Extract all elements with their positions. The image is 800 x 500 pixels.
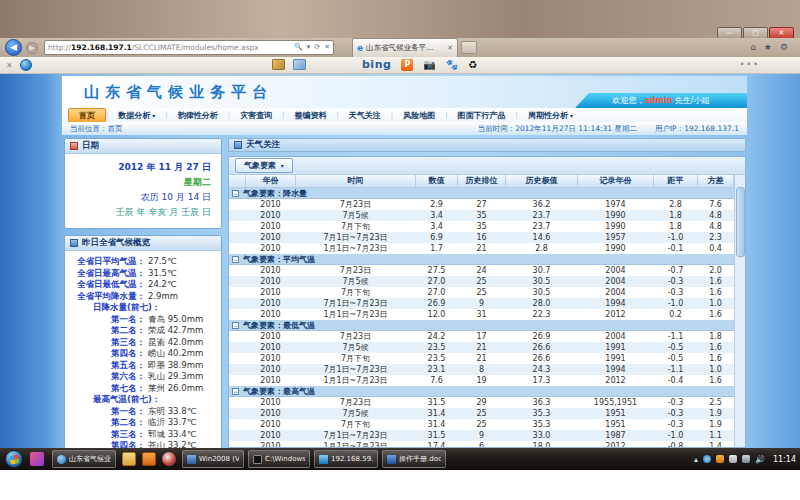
- close-sidebar-icon[interactable]: ✕: [6, 61, 13, 70]
- table-cell: 1月1日~7月23日: [296, 309, 416, 320]
- table-cell: 29: [458, 397, 506, 408]
- table-row[interactable]: 20107月23日2.92736.219742.87.6: [229, 199, 734, 210]
- table-row[interactable]: 20107月下旬31.42535.31951-0.31.9: [229, 419, 734, 430]
- taskbar-window-button[interactable]: Win2008 (VS2...: [182, 450, 244, 468]
- table-cell: 2010: [246, 408, 296, 419]
- table-row[interactable]: 20107月1日~7月23日23.1824.31994-1.11.0: [229, 364, 734, 375]
- tray-network-app-icon[interactable]: [703, 455, 711, 463]
- table-row[interactable]: 20107月5候31.42535.31951-0.31.9: [229, 408, 734, 419]
- table-row[interactable]: 20107月23日24.21726.92004-1.11.8: [229, 331, 734, 342]
- table-row[interactable]: 20101月1日~7月23日1.7212.81990-0.10.4: [229, 243, 734, 254]
- table-row[interactable]: 20107月下旬27.02530.52004-0.31.6: [229, 287, 734, 298]
- table-row[interactable]: 20107月1日~7月23日31.5933.01987-1.01.1: [229, 430, 734, 441]
- table-cell: 31.4: [416, 408, 458, 419]
- column-header[interactable]: 数值: [416, 175, 458, 188]
- chevron-down-icon: ▾: [281, 162, 284, 169]
- tray-expand-icon[interactable]: ▴: [694, 455, 698, 464]
- collapse-icon[interactable]: −: [232, 190, 239, 197]
- bing-logo[interactable]: bing: [362, 58, 391, 71]
- column-header[interactable]: 时间: [296, 175, 416, 188]
- browser-tab[interactable]: e 山东省气候业务平... ✕: [352, 38, 458, 57]
- table-row[interactable]: 20101月1日~7月23日12.03122.320120.21.6: [229, 309, 734, 320]
- search-icon[interactable]: 🔍: [294, 41, 303, 54]
- element-dropdown-button[interactable]: 气象要素 ▾: [235, 158, 293, 173]
- column-header[interactable]: 方差: [698, 175, 734, 188]
- table-row[interactable]: 20101月1日~7月23日17.4618.02012-0.81.4: [229, 441, 734, 447]
- taskbar-pinned-media-icon[interactable]: [30, 452, 44, 466]
- table-cell: 24.2: [416, 331, 458, 342]
- table-cell: 9: [458, 298, 506, 309]
- new-tab-button[interactable]: [461, 41, 477, 54]
- bing-p-icon[interactable]: P: [401, 59, 413, 71]
- collapse-icon[interactable]: −: [232, 322, 239, 329]
- settings-gear-icon[interactable]: ⚙: [780, 42, 788, 52]
- taskbar-pinned-explorer-icon[interactable]: [122, 452, 136, 466]
- table-row[interactable]: 20107月下旬3.43523.719901.84.8: [229, 221, 734, 232]
- tray-action-center-icon[interactable]: [729, 455, 737, 463]
- table-cell: 25: [458, 276, 506, 287]
- tray-security-icon[interactable]: [716, 455, 724, 463]
- tray-volume-icon[interactable]: 🔊: [755, 455, 765, 464]
- back-button[interactable]: ◀: [5, 39, 22, 56]
- table-row[interactable]: 20107月下旬23.52126.61991-0.51.6: [229, 353, 734, 364]
- camera-icon[interactable]: 📷: [423, 59, 435, 70]
- favorites-star-icon[interactable]: ★: [764, 42, 772, 52]
- nav-item-8[interactable]: 图面下行产品: [448, 109, 516, 122]
- taskbar-window-button[interactable]: 山东省气候业务平...: [52, 450, 116, 468]
- nav-item-9[interactable]: 周期性分析▾: [518, 109, 583, 122]
- taskbar-clock[interactable]: 11:14: [773, 455, 796, 464]
- collapse-icon[interactable]: −: [232, 256, 239, 263]
- ganzhi-date: 壬辰 年 辛亥 月 壬辰 日: [71, 205, 211, 220]
- chevron-down-icon[interactable]: ▾: [307, 41, 311, 54]
- table-row[interactable]: 20101月1日~7月23日7.61917.32012-0.41.6: [229, 375, 734, 386]
- stop-icon[interactable]: ✕: [324, 41, 330, 54]
- favorites-card-icon[interactable]: [272, 59, 285, 70]
- scrollbar-thumb[interactable]: [736, 187, 745, 257]
- collapse-icon[interactable]: −: [232, 388, 239, 395]
- table-cell: -0.7: [654, 265, 698, 276]
- table-row[interactable]: 20107月1日~7月23日26.9928.01994-1.01.0: [229, 298, 734, 309]
- taskbar-pinned-app-icon[interactable]: [142, 452, 156, 466]
- nav-item-5[interactable]: 整编资料: [284, 109, 336, 122]
- taskbar-pinned-player-icon[interactable]: [162, 452, 176, 466]
- table-scrollbar[interactable]: [734, 175, 745, 447]
- msn-compass-icon[interactable]: [20, 59, 32, 71]
- table-cell: 26.9: [506, 331, 578, 342]
- column-header[interactable]: 距平: [654, 175, 698, 188]
- puzzle-icon[interactable]: ♻: [468, 59, 477, 70]
- nav-item-6[interactable]: 天气关注: [339, 109, 391, 122]
- nav-item-2[interactable]: 数据分析▾: [108, 109, 165, 122]
- address-bar[interactable]: http:// 192.168.197.1 /SLCCLIMATE/module…: [44, 40, 334, 55]
- nav-item-7[interactable]: 风险地图: [393, 109, 445, 122]
- column-header[interactable]: 历史极值: [506, 175, 578, 188]
- rank-label: 第四名：: [69, 440, 145, 448]
- nav-item-3[interactable]: 韵律性分析: [168, 109, 228, 122]
- taskbar-window-button[interactable]: 操作手册.docx ...: [382, 450, 446, 468]
- table-row[interactable]: 20107月1日~7月23日6.91614.61957-1.02.3: [229, 232, 734, 243]
- table-row[interactable]: 20107月5候3.43523.719901.84.8: [229, 210, 734, 221]
- column-header[interactable]: 历史排位: [458, 175, 506, 188]
- w-word-icon: [387, 455, 396, 464]
- table-row[interactable]: 20107月5候27.02530.52004-0.31.6: [229, 276, 734, 287]
- table-row[interactable]: 20107月23日27.52430.72004-0.72.0: [229, 265, 734, 276]
- nav-item-1[interactable]: 首页: [68, 108, 106, 123]
- tab-close-icon[interactable]: ✕: [447, 44, 453, 52]
- table-row[interactable]: 20107月5候23.52126.61991-0.51.6: [229, 342, 734, 353]
- taskbar-window-button[interactable]: 192.168.59.99...: [314, 450, 378, 468]
- table-row[interactable]: 20107月23日31.52936.31955,1951-0.32.5: [229, 397, 734, 408]
- taskbar-window-button[interactable]: C:\Windows\s...: [248, 450, 310, 468]
- column-header[interactable]: 记录年份: [578, 175, 654, 188]
- forward-button[interactable]: ▶: [26, 42, 38, 54]
- table-cell: 25: [458, 419, 506, 430]
- home-icon[interactable]: ⌂: [750, 42, 756, 52]
- column-header[interactable]: 年份: [246, 175, 296, 188]
- mail-icon[interactable]: [293, 59, 306, 70]
- rank-label: 第一名：: [69, 406, 145, 418]
- nav-item-4[interactable]: 灾害查询: [230, 109, 282, 122]
- more-options-icon[interactable]: •••: [740, 60, 760, 69]
- tray-network-icon[interactable]: [742, 455, 750, 463]
- table-cell: 7月5候: [296, 276, 416, 287]
- paw-icon[interactable]: 🐾: [446, 59, 458, 70]
- refresh-icon[interactable]: ⟳: [314, 41, 320, 54]
- start-button[interactable]: [5, 450, 23, 468]
